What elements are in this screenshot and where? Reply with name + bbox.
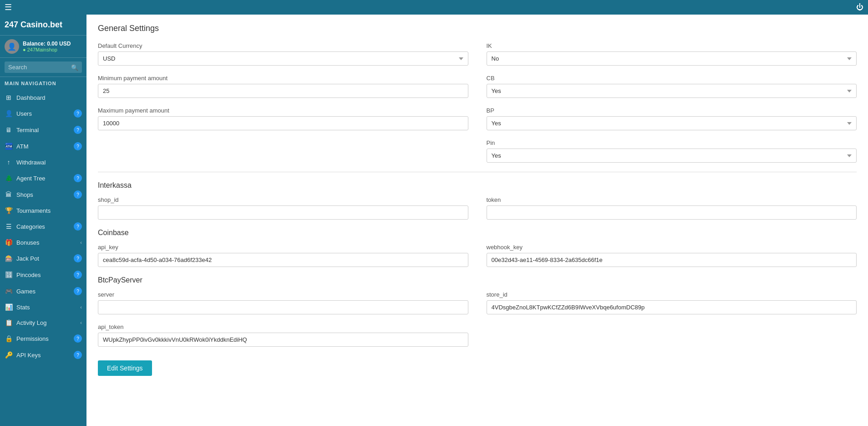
sidebar-item-label-games: Games [16, 288, 36, 295]
webhook-key-input[interactable] [487, 253, 857, 267]
sidebar-item-tournaments[interactable]: 🏆Tournaments [0, 203, 86, 218]
stats-chevron: ‹ [80, 304, 82, 310]
store-id-input[interactable] [487, 300, 857, 314]
main-content: General Settings Default Currency USD EU… [86, 15, 868, 426]
nav-items: ⊞Dashboard👤Users?🖥Terminal?🏧ATM?↑Withdra… [0, 90, 86, 363]
permissions-icon: 🔒 [5, 335, 13, 342]
sidebar-item-terminal[interactable]: 🖥Terminal? [0, 122, 86, 138]
search-input[interactable] [5, 62, 82, 73]
webhook-key-label: webhook_key [487, 244, 857, 251]
pincodes-badge: ? [74, 271, 82, 279]
sidebar-item-stats[interactable]: 📊Stats‹ [0, 299, 86, 315]
atm-badge: ? [74, 142, 82, 150]
sidebar-item-shops[interactable]: 🏛Shops? [0, 186, 86, 203]
tournaments-icon: 🏆 [5, 207, 13, 214]
terminal-icon: 🖥 [5, 126, 13, 133]
sidebar-item-label-shops: Shops [16, 191, 33, 198]
min-payment-input[interactable] [98, 84, 468, 98]
ik-select[interactable]: No Yes [487, 51, 857, 66]
sidebar-item-games[interactable]: 🎮Games? [0, 283, 86, 299]
shop-id-input[interactable] [98, 205, 468, 220]
search-icon: 🔍 [71, 64, 78, 71]
btcpayserver-grid: server store_id api_token [98, 291, 857, 347]
btcpayserver-title: BtcPayServer [98, 276, 857, 284]
sidebar-item-activity-log[interactable]: 📋Activity Log‹ [0, 315, 86, 330]
sidebar-item-label-jackpot: Jack Pot [16, 255, 39, 262]
atm-icon: 🏧 [5, 143, 13, 150]
menu-icon[interactable]: ☰ [5, 2, 12, 12]
sidebar-item-label-atm: ATM [16, 143, 28, 150]
cb-select[interactable]: Yes No [487, 84, 857, 98]
api-token-input[interactable] [98, 333, 468, 347]
api-token-label: api_token [98, 323, 468, 330]
page-title: General Settings [98, 24, 857, 33]
sidebar-item-label-categories: Categories [16, 223, 45, 230]
bp-group: BP Yes No [487, 107, 857, 130]
bonuses-icon: 🎁 [5, 239, 13, 246]
avatar-icon: 👤 [7, 42, 16, 51]
sidebar-item-agent-tree[interactable]: 🌲Agent Tree? [0, 170, 86, 186]
pin-select[interactable]: Yes No [487, 149, 857, 163]
users-badge: ? [74, 109, 82, 118]
withdrawal-icon: ↑ [5, 159, 13, 166]
dashboard-icon: ⊞ [5, 94, 13, 101]
user-details: Balance: 0.00 USD 247Mainshop [23, 41, 71, 52]
terminal-badge: ? [74, 126, 82, 134]
pincodes-icon: 🔢 [5, 271, 13, 278]
sidebar-item-label-permissions: Permissions [16, 335, 49, 342]
sidebar-item-atm[interactable]: 🏧ATM? [0, 138, 86, 154]
activity-log-icon: 📋 [5, 319, 13, 326]
shop-id-group: shop_id [98, 196, 468, 220]
stats-icon: 📊 [5, 303, 13, 311]
power-icon[interactable]: ⏻ [856, 3, 863, 11]
max-payment-input[interactable] [98, 116, 468, 130]
api-key-label: api_key [98, 244, 468, 251]
sidebar-item-bonuses[interactable]: 🎁Bonuses‹ [0, 235, 86, 250]
max-payment-label: Maximum payment amount [98, 107, 468, 114]
edit-settings-button[interactable]: Edit Settings [98, 360, 152, 376]
sidebar-item-pincodes[interactable]: 🔢Pincodes? [0, 267, 86, 283]
jackpot-badge: ? [74, 254, 82, 262]
bp-select[interactable]: Yes No [487, 116, 857, 130]
sidebar-item-withdrawal[interactable]: ↑Withdrawal [0, 154, 86, 170]
divider-1 [98, 172, 857, 172]
jackpot-icon: 🎰 [5, 255, 13, 262]
sidebar-item-label-terminal: Terminal [16, 127, 39, 133]
categories-badge: ? [74, 222, 82, 231]
ik-group: IK No Yes [487, 42, 857, 66]
sidebar-item-label-agent-tree: Agent Tree [16, 175, 46, 182]
token-label: token [487, 196, 857, 203]
api-key-input[interactable] [98, 253, 468, 267]
search-container: 🔍 [0, 58, 86, 77]
top-bar: ☰ ⏻ [0, 0, 868, 15]
user-shop: 247Mainshop [23, 47, 71, 52]
store-id-group: store_id [487, 291, 857, 314]
pin-label: Pin [487, 139, 857, 146]
min-payment-group: Minimum payment amount [98, 75, 468, 98]
cb-group: CB Yes No [487, 75, 857, 98]
sidebar-item-permissions[interactable]: 🔒Permissions? [0, 330, 86, 347]
coinbase-grid: api_key webhook_key [98, 244, 857, 267]
shops-icon: 🏛 [5, 191, 13, 198]
sidebar-item-api-keys[interactable]: 🔑API Keys? [0, 347, 86, 363]
agent-tree-icon: 🌲 [5, 175, 13, 182]
main-layout: 247 Casino.bet 👤 Balance: 0.00 USD 247Ma… [0, 15, 868, 426]
permissions-badge: ? [74, 334, 82, 343]
api-token-group: api_token [98, 323, 468, 347]
server-group: server [98, 291, 468, 314]
sidebar-item-users[interactable]: 👤Users? [0, 105, 86, 122]
sidebar-item-label-activity-log: Activity Log [16, 319, 46, 326]
sidebar-item-dashboard[interactable]: ⊞Dashboard [0, 90, 86, 105]
max-payment-group: Maximum payment amount [98, 107, 468, 130]
user-balance: Balance: 0.00 USD [23, 41, 71, 47]
sidebar-item-label-api-keys: API Keys [16, 352, 41, 359]
sidebar-item-jackpot[interactable]: 🎰Jack Pot? [0, 250, 86, 267]
token-input[interactable] [487, 205, 857, 220]
sidebar-item-categories[interactable]: ☰Categories? [0, 218, 86, 235]
default-currency-group: Default Currency USD EUR GBP [98, 42, 468, 66]
avatar: 👤 [5, 39, 19, 54]
sidebar-item-label-bonuses: Bonuses [16, 239, 40, 246]
default-currency-select[interactable]: USD EUR GBP [98, 51, 468, 66]
server-input[interactable] [98, 300, 468, 314]
bp-label: BP [487, 107, 857, 114]
